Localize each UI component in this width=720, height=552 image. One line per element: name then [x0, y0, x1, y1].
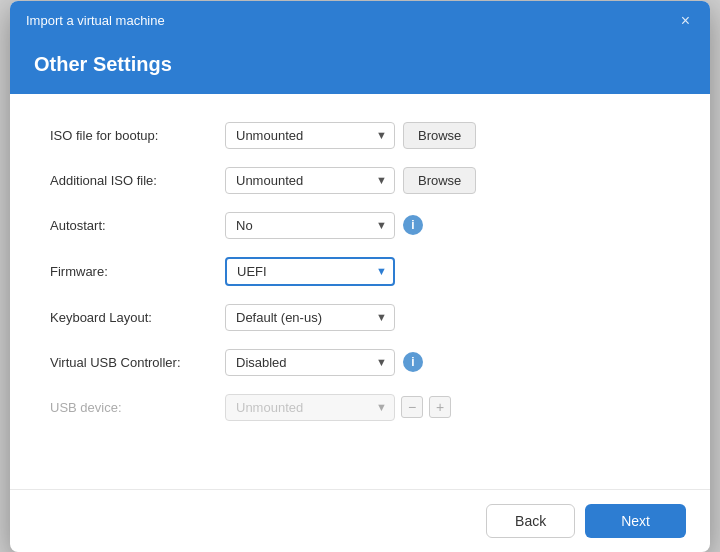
next-button[interactable]: Next: [585, 504, 686, 538]
row-autostart: Autostart: No Yes ▼ i: [50, 212, 670, 239]
add-usb-button[interactable]: +: [429, 396, 451, 418]
select-wrapper-firmware: UEFI BIOS ▼: [225, 257, 395, 286]
label-virtual-usb: Virtual USB Controller:: [50, 355, 225, 370]
controls-iso-bootup: Unmounted ▼ Browse: [225, 122, 670, 149]
back-button[interactable]: Back: [486, 504, 575, 538]
import-vm-dialog: Import a virtual machine × Other Setting…: [10, 1, 710, 552]
minus-icon: −: [408, 399, 416, 415]
info-icon-virtual-usb: i: [403, 352, 423, 372]
browse-iso-bootup-button[interactable]: Browse: [403, 122, 476, 149]
controls-keyboard-layout: Default (en-us) ▼: [225, 304, 670, 331]
controls-usb-device: Unmounted ▼ − +: [225, 394, 670, 421]
select-additional-iso[interactable]: Unmounted: [225, 167, 395, 194]
dialog-footer: Back Next: [10, 489, 710, 552]
select-usb-device[interactable]: Unmounted: [225, 394, 395, 421]
row-additional-iso: Additional ISO file: Unmounted ▼ Browse: [50, 167, 670, 194]
controls-autostart: No Yes ▼ i: [225, 212, 670, 239]
label-firmware: Firmware:: [50, 264, 225, 279]
label-iso-bootup: ISO file for bootup:: [50, 128, 225, 143]
controls-firmware: UEFI BIOS ▼: [225, 257, 670, 286]
row-usb-device: USB device: Unmounted ▼ − +: [50, 394, 670, 421]
section-heading: Other Settings: [34, 53, 686, 76]
dialog-title: Import a virtual machine: [26, 13, 165, 28]
select-keyboard-layout[interactable]: Default (en-us): [225, 304, 395, 331]
select-wrapper-iso-bootup: Unmounted ▼: [225, 122, 395, 149]
dialog-header: Other Settings: [10, 41, 710, 94]
row-iso-bootup: ISO file for bootup: Unmounted ▼ Browse: [50, 122, 670, 149]
label-additional-iso: Additional ISO file:: [50, 173, 225, 188]
select-wrapper-additional-iso: Unmounted ▼: [225, 167, 395, 194]
controls-virtual-usb: Disabled Enabled ▼ i: [225, 349, 670, 376]
dialog-body: ISO file for bootup: Unmounted ▼ Browse …: [10, 94, 710, 459]
select-wrapper-autostart: No Yes ▼: [225, 212, 395, 239]
controls-additional-iso: Unmounted ▼ Browse: [225, 167, 670, 194]
browse-additional-iso-button[interactable]: Browse: [403, 167, 476, 194]
label-keyboard-layout: Keyboard Layout:: [50, 310, 225, 325]
row-firmware: Firmware: UEFI BIOS ▼: [50, 257, 670, 286]
select-wrapper-virtual-usb: Disabled Enabled ▼: [225, 349, 395, 376]
title-bar: Import a virtual machine ×: [10, 1, 710, 41]
info-icon-autostart: i: [403, 215, 423, 235]
row-keyboard-layout: Keyboard Layout: Default (en-us) ▼: [50, 304, 670, 331]
select-autostart[interactable]: No Yes: [225, 212, 395, 239]
select-wrapper-usb-device: Unmounted ▼: [225, 394, 395, 421]
row-virtual-usb: Virtual USB Controller: Disabled Enabled…: [50, 349, 670, 376]
select-wrapper-keyboard-layout: Default (en-us) ▼: [225, 304, 395, 331]
label-usb-device: USB device:: [50, 400, 225, 415]
select-iso-bootup[interactable]: Unmounted: [225, 122, 395, 149]
plus-icon: +: [436, 399, 444, 415]
close-button[interactable]: ×: [677, 11, 694, 31]
remove-usb-button[interactable]: −: [401, 396, 423, 418]
select-firmware[interactable]: UEFI BIOS: [225, 257, 395, 286]
select-virtual-usb[interactable]: Disabled Enabled: [225, 349, 395, 376]
label-autostart: Autostart:: [50, 218, 225, 233]
